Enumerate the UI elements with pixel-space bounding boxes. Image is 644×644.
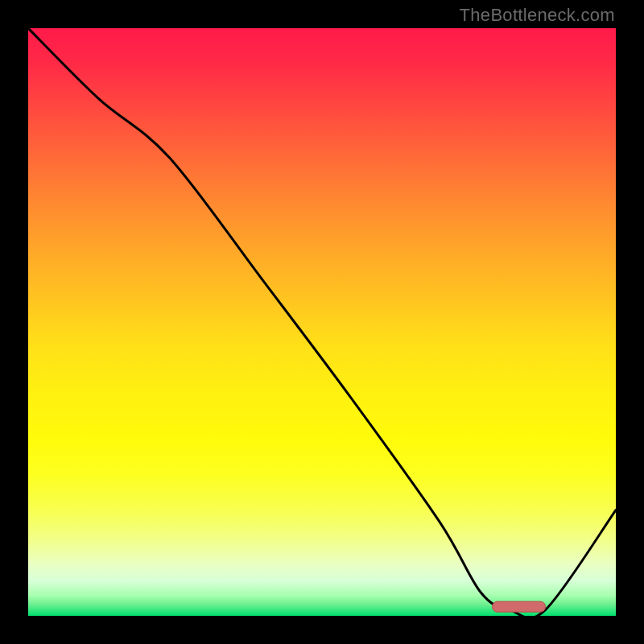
chart-frame: TheBottleneck.com (0, 0, 644, 644)
chart-svg (28, 28, 616, 616)
bottleneck-curve-path (28, 28, 616, 616)
optimal-range-marker (493, 601, 546, 612)
watermark-text: TheBottleneck.com (460, 5, 615, 26)
plot-area (28, 28, 616, 616)
